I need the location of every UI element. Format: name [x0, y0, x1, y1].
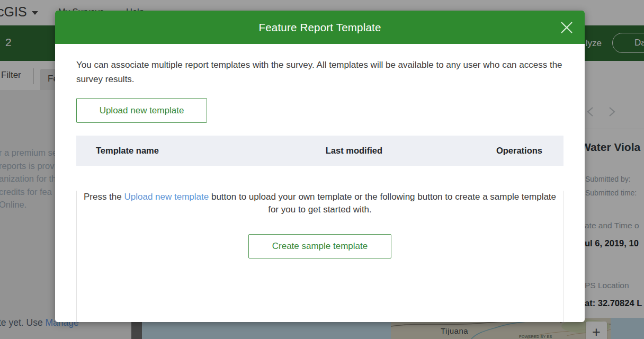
empty-state-text-pre: Press the — [84, 192, 124, 202]
close-icon — [559, 20, 574, 35]
empty-state-text-post: button to upload your own template or th… — [209, 192, 556, 215]
page: cGIS My Surveys Help 2 lyze Data Filter … — [0, 0, 644, 339]
dialog-title: Feature Report Template — [259, 21, 381, 34]
empty-state-text: Press the Upload new template button to … — [80, 191, 560, 216]
column-header-operations: Operations — [437, 146, 564, 156]
close-button[interactable] — [559, 20, 574, 35]
upload-new-template-button[interactable]: Upload new template — [76, 98, 207, 123]
dialog-intro-text: You can associate multiple report templa… — [76, 58, 564, 86]
table-header-row: Template name Last modified Operations — [76, 136, 564, 166]
column-header-last-modified: Last modified — [271, 146, 437, 156]
template-table: Template name Last modified Operations P… — [76, 136, 564, 322]
feature-report-template-dialog: Feature Report Template You can associat… — [55, 11, 585, 322]
dialog-header: Feature Report Template — [55, 11, 585, 44]
table-empty-state: Press the Upload new template button to … — [76, 191, 564, 322]
create-sample-template-button[interactable]: Create sample template — [248, 234, 391, 258]
column-header-template-name: Template name — [76, 146, 271, 156]
dialog-body: You can associate multiple report templa… — [55, 44, 585, 322]
upload-new-template-link[interactable]: Upload new template — [124, 192, 209, 202]
